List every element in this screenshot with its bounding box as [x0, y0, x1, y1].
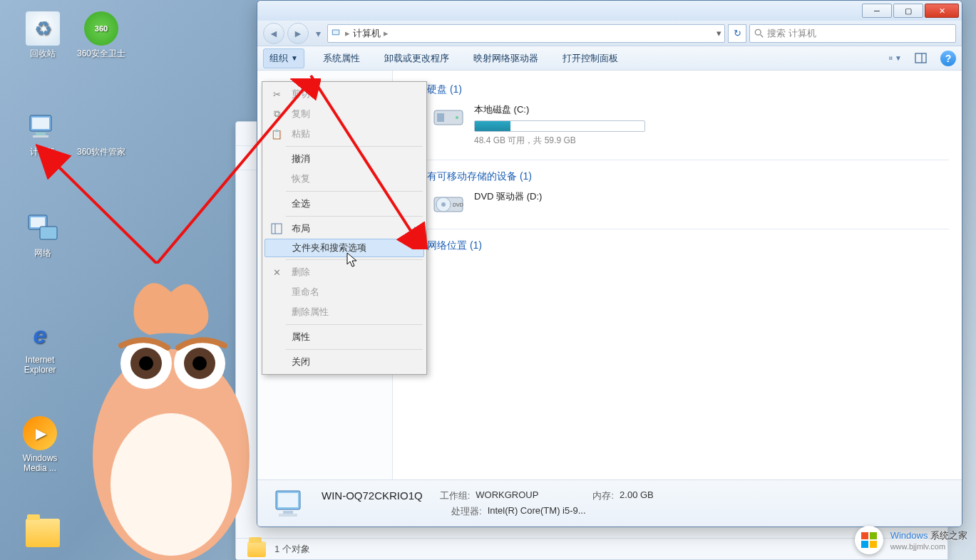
menu-layout[interactable]: 布局 ▶ — [264, 219, 424, 239]
group-network-location[interactable]: 网络位置 (1) — [427, 239, 949, 252]
layout-icon — [269, 222, 284, 236]
desktop-icon-label: 回收站 — [30, 48, 56, 58]
360-software-icon — [84, 110, 118, 144]
360-safe-icon — [84, 11, 118, 46]
menu-delete: ✕ 删除 — [264, 262, 424, 282]
svg-rect-20 — [891, 56, 893, 58]
address-row: ◄ ► ▾ ▸ 计算机 ▸ ▾ ↻ 搜索 计算机 — [257, 21, 962, 46]
nav-back-button[interactable]: ◄ — [263, 23, 284, 44]
organize-dropdown-menu: ✂ 剪切 ⧉ 复制 📋 粘贴 撤消 恢复 全选 布局 ▶ 文件夹和搜索选项 ✕ … — [262, 81, 427, 375]
delete-icon: ✕ — [269, 265, 284, 279]
folder-icon — [247, 541, 266, 557]
menu-folder-options[interactable]: 文件夹和搜索选项 — [264, 239, 424, 257]
menu-copy: ⧉ 复制 — [264, 104, 424, 124]
svg-rect-34 — [283, 511, 293, 514]
toolbar-map-drive[interactable]: 映射网络驱动器 — [468, 49, 544, 68]
menu-label: 粘贴 — [292, 128, 310, 140]
toolbar-control-panel[interactable]: 打开控制面板 — [557, 49, 624, 68]
desktop-icon-computer[interactable]: 计算机 — [16, 110, 70, 157]
watermark-url: www.bjjmlv.com — [890, 542, 967, 551]
copy-icon: ⧉ — [269, 107, 284, 121]
nav-history-dropdown[interactable]: ▾ — [312, 23, 324, 44]
details-cpu-label: 处理器: — [451, 505, 482, 518]
menu-label: 复制 — [292, 108, 310, 120]
menu-properties[interactable]: 属性 — [264, 327, 424, 347]
computer-icon — [272, 487, 309, 521]
drive-title: 本地磁盘 (C:) — [474, 103, 949, 116]
toolbar-label: 组织 — [269, 52, 288, 65]
details-cpu-value: Intel(R) Core(TM) i5-9... — [488, 505, 586, 518]
wmp-icon — [23, 416, 57, 450]
svg-line-18 — [761, 34, 764, 37]
maximize-button[interactable]: ▢ — [893, 4, 923, 18]
menu-label: 撤消 — [292, 152, 310, 165]
svg-rect-11 — [33, 135, 48, 138]
drive-c[interactable]: 本地磁盘 (C:) 48.4 GB 可用，共 59.9 GB — [433, 103, 949, 147]
menu-label: 删除 — [292, 266, 310, 279]
toolbar-uninstall[interactable]: 卸载或更改程序 — [379, 49, 455, 68]
submenu-arrow-icon: ▶ — [414, 225, 420, 233]
address-bar[interactable]: ▸ 计算机 ▸ ▾ — [327, 24, 725, 43]
search-input[interactable]: 搜索 计算机 — [749, 24, 956, 43]
scissors-icon: ✂ — [269, 87, 284, 101]
menu-label: 属性 — [292, 331, 310, 343]
svg-rect-26 — [437, 113, 444, 122]
content-area: 硬盘 (1) 本地磁盘 (C:) 48.4 GB 可用，共 59.9 GB 有可… — [393, 71, 962, 479]
svg-point-4 — [139, 356, 153, 370]
titlebar[interactable]: ─ ▢ ✕ — [257, 1, 962, 21]
desktop-icon-recycle-bin[interactable]: 回收站 — [16, 11, 70, 58]
capacity-bar — [474, 120, 645, 132]
menu-label: 剪切 — [292, 88, 310, 100]
menu-redo: 恢复 — [264, 169, 424, 189]
details-pane: WIN-OQ72CKRIO1Q 工作组: WORKGROUP 内存: 2.00 … — [257, 479, 962, 527]
watermark-logo-icon — [855, 526, 883, 554]
menu-label: 关闭 — [292, 356, 310, 368]
refresh-button[interactable]: ↻ — [728, 24, 746, 43]
preview-pane-button[interactable] — [915, 52, 928, 65]
desktop-icon-360-safe[interactable]: 360安全卫士 — [74, 11, 128, 58]
help-button[interactable]: ? — [940, 51, 956, 66]
search-placeholder: 搜索 计算机 — [767, 27, 816, 40]
svg-rect-33 — [278, 493, 298, 507]
desktop-icon-360-software[interactable]: 360软件管家 — [74, 110, 128, 157]
desktop-icon-network[interactable]: 网络 — [16, 211, 70, 258]
svg-point-27 — [456, 116, 458, 119]
toolbar-label: 映射网络驱动器 — [473, 52, 538, 65]
drive-d-dvd[interactable]: DVD DVD 驱动器 (D:) — [433, 190, 949, 216]
group-removable[interactable]: 有可移动存储的设备 (1) — [427, 170, 949, 183]
details-memory-label: 内存: — [592, 489, 614, 502]
details-workgroup-label: 工作组: — [440, 489, 471, 502]
desktop-icon-label: 360软件管家 — [77, 147, 125, 157]
recycle-bin-icon — [26, 11, 60, 46]
desktop-icon-folder[interactable] — [16, 516, 70, 550]
details-memory-value: 2.00 GB — [620, 489, 654, 502]
svg-rect-9 — [32, 118, 49, 129]
menu-undo[interactable]: 撤消 — [264, 149, 424, 169]
svg-rect-36 — [272, 224, 282, 234]
view-options-button[interactable]: ▼ — [889, 52, 902, 65]
menu-select-all[interactable]: 全选 — [264, 194, 424, 214]
desktop-icon-label: 网络 — [34, 248, 51, 258]
svg-rect-23 — [915, 53, 926, 63]
toolbar-organize[interactable]: 组织 ▼ — [263, 48, 304, 68]
svg-point-30 — [441, 202, 446, 207]
svg-rect-22 — [891, 58, 893, 60]
toolbar: 组织 ▼ 系统属性 卸载或更改程序 映射网络驱动器 打开控制面板 ▼ ? — [257, 46, 962, 71]
minimize-button[interactable]: ─ — [862, 4, 892, 18]
wallpaper-character — [78, 271, 250, 560]
hard-drive-icon — [433, 103, 464, 129]
network-icon — [26, 211, 60, 245]
nav-forward-button[interactable]: ► — [287, 23, 309, 44]
close-button[interactable]: ✕ — [925, 4, 959, 18]
menu-label: 文件夹和搜索选项 — [292, 242, 366, 254]
svg-rect-21 — [889, 58, 890, 60]
breadcrumb-item[interactable]: 计算机 — [353, 27, 381, 40]
bg-status-text: 1 个对象 — [274, 543, 310, 556]
toolbar-system-properties[interactable]: 系统属性 — [317, 49, 366, 68]
group-hard-disk[interactable]: 硬盘 (1) — [427, 83, 949, 96]
desktop-icon-ie[interactable]: Internet Explorer — [13, 318, 67, 375]
desktop-icon-wmp[interactable]: Windows Media ... — [13, 416, 67, 474]
menu-close[interactable]: 关闭 — [264, 352, 424, 372]
svg-point-7 — [192, 356, 207, 370]
bg-status-bar: 1 个对象 — [236, 538, 947, 559]
